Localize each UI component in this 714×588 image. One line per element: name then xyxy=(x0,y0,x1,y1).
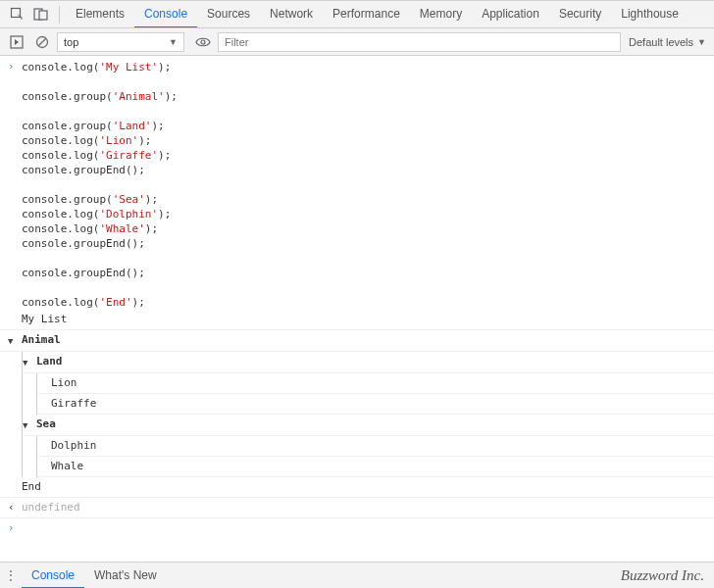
tab-security[interactable]: Security xyxy=(549,1,611,28)
group-label: Animal xyxy=(22,330,61,351)
bottom-drawer: ⋮ ConsoleWhat's New Buzzword Inc. xyxy=(0,562,714,588)
log-line: Whale xyxy=(51,457,706,476)
clear-console-icon[interactable] xyxy=(31,31,53,53)
drawer-tab-console[interactable]: Console xyxy=(22,563,84,589)
drawer-tab-what-s-new[interactable]: What's New xyxy=(84,563,167,589)
context-value: top xyxy=(64,36,78,48)
context-selector[interactable]: top ▼ xyxy=(57,32,184,52)
more-icon[interactable]: ⋮ xyxy=(0,568,22,582)
chevron-down-icon: ▼ xyxy=(697,37,706,47)
tab-memory[interactable]: Memory xyxy=(410,1,472,28)
group-label: Sea xyxy=(36,415,56,435)
return-value: undefined xyxy=(22,498,706,517)
svg-line-5 xyxy=(38,38,46,46)
tab-elements[interactable]: Elements xyxy=(66,1,134,28)
eye-icon[interactable] xyxy=(192,31,214,53)
return-prompt-icon: ‹ xyxy=(8,498,22,517)
console-input-line[interactable] xyxy=(22,521,706,534)
log-line: Giraffe xyxy=(51,394,706,414)
chevron-down-icon: ▼ xyxy=(169,37,178,47)
tab-performance[interactable]: Performance xyxy=(323,1,410,28)
console-output: › console.log('My List'); console.group(… xyxy=(0,56,714,562)
group-label: Land xyxy=(36,352,63,372)
log-line: Dolphin xyxy=(51,436,706,456)
tab-lighthouse[interactable]: Lighthouse xyxy=(611,1,688,28)
tab-sources[interactable]: Sources xyxy=(197,1,260,28)
tab-network[interactable]: Network xyxy=(260,1,323,28)
code-input-block: console.log('My List'); console.group('A… xyxy=(22,60,178,310)
input-prompt-icon: › xyxy=(8,521,22,534)
execute-icon[interactable] xyxy=(6,31,27,53)
tab-console[interactable]: Console xyxy=(134,1,197,28)
disclosure-triangle-icon[interactable]: ▼ xyxy=(8,330,22,351)
svg-point-6 xyxy=(201,40,205,44)
console-toolbar: top ▼ Default levels ▼ xyxy=(0,28,714,56)
input-prompt-icon: › xyxy=(8,60,22,310)
brand-label: Buzzword Inc. xyxy=(621,567,704,584)
svg-rect-2 xyxy=(39,11,47,20)
filter-input[interactable] xyxy=(225,36,614,48)
disclosure-triangle-icon[interactable]: ▼ xyxy=(23,415,36,435)
log-line: My List xyxy=(22,310,706,329)
inspect-icon[interactable] xyxy=(6,4,27,25)
tab-application[interactable]: Application xyxy=(472,1,549,28)
filter-input-wrap[interactable] xyxy=(218,32,621,52)
log-line: Lion xyxy=(51,373,706,393)
top-tabs: ElementsConsoleSourcesNetworkPerformance… xyxy=(0,1,714,28)
log-line: End xyxy=(22,477,706,497)
disclosure-triangle-icon[interactable]: ▼ xyxy=(23,352,36,372)
log-levels-label: Default levels xyxy=(629,36,693,48)
device-toggle-icon[interactable] xyxy=(29,4,51,25)
log-levels-dropdown[interactable]: Default levels ▼ xyxy=(629,36,706,48)
